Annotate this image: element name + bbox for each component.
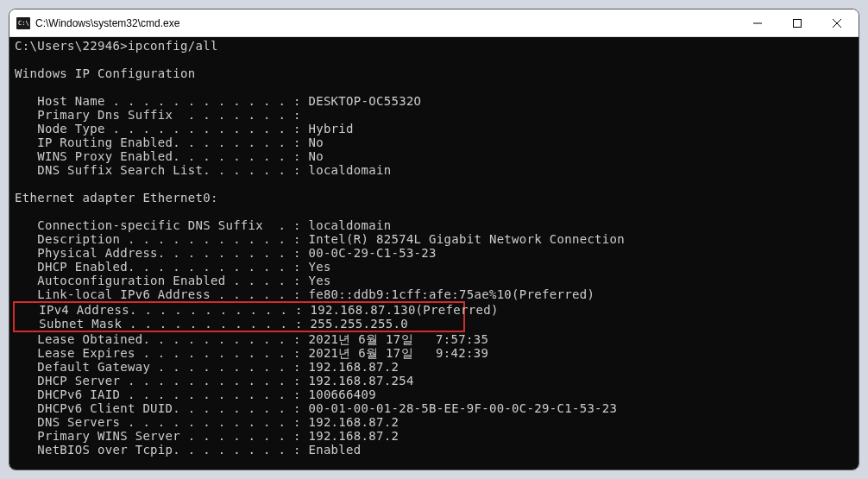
- iprouting-line: IP Routing Enabled. . . . . . . . : No: [15, 136, 853, 149]
- blank-line: [15, 177, 853, 191]
- close-button[interactable]: [817, 10, 857, 36]
- window-controls: [738, 10, 857, 36]
- leaseexp-line: Lease Expires . . . . . . . . . . : 2021…: [15, 346, 853, 360]
- maximize-button[interactable]: [777, 10, 817, 36]
- titlebar[interactable]: C:\ C:\Windows\system32\cmd.exe: [9, 9, 859, 37]
- dhcpv6iaid-line: DHCPv6 IAID . . . . . . . . . . . : 1006…: [15, 388, 853, 401]
- cmd-window: C:\ C:\Windows\system32\cmd.exe C:\Users…: [9, 9, 859, 470]
- cmd-icon: C:\: [16, 16, 30, 30]
- highlight-annotation: IPv4 Address. . . . . . . . . . . : 192.…: [13, 301, 465, 332]
- svg-text:C:\: C:\: [18, 20, 29, 27]
- dnssuffix-line: DNS Suffix Search List. . . . . . : loca…: [15, 163, 853, 177]
- physaddr-line: Physical Address. . . . . . . . . : 00-0…: [15, 246, 853, 260]
- dhcpenabled-line: DHCP Enabled. . . . . . . . . . . : Yes: [15, 260, 853, 274]
- description-line: Description . . . . . . . . . . . : Inte…: [15, 232, 853, 246]
- gateway-line: Default Gateway . . . . . . . . . : 192.…: [15, 360, 853, 374]
- svg-rect-3: [794, 19, 802, 27]
- minimize-button[interactable]: [738, 10, 777, 36]
- dnsservers-line: DNS Servers . . . . . . . . . . . : 192.…: [15, 415, 853, 429]
- subnet-line: Subnet Mask . . . . . . . . . . . : 255.…: [15, 317, 463, 331]
- linklocal-line: Link-local IPv6 Address . . . . . : fe80…: [15, 287, 853, 301]
- dhcpserver-line: DHCP Server . . . . . . . . . . . : 192.…: [15, 374, 853, 388]
- winsproxy-line: WINS Proxy Enabled. . . . . . . . : No: [15, 149, 853, 163]
- connsuffix-line: Connection-specific DNS Suffix . : local…: [15, 218, 853, 232]
- primarydns-line: Primary Dns Suffix . . . . . . . :: [15, 108, 853, 122]
- window-title: C:\Windows\system32\cmd.exe: [35, 17, 738, 29]
- dhcpv6duid-line: DHCPv6 Client DUID. . . . . . . . : 00-0…: [15, 401, 853, 415]
- config-header: Windows IP Configuration: [15, 66, 853, 80]
- prompt-line: C:\Users\22946>ipconfig/all: [15, 39, 853, 53]
- ipv4-line: IPv4 Address. . . . . . . . . . . : 192.…: [15, 303, 463, 317]
- primarywins-line: Primary WINS Server . . . . . . . : 192.…: [15, 429, 853, 443]
- adapter-header: Ethernet adapter Ethernet0:: [15, 191, 853, 205]
- netbios-line: NetBIOS over Tcpip. . . . . . . . : Enab…: [15, 443, 853, 457]
- autoconfig-line: Autoconfiguration Enabled . . . . : Yes: [15, 274, 853, 287]
- terminal-output[interactable]: C:\Users\22946>ipconfig/allWindows IP Co…: [9, 37, 859, 470]
- blank-line: [15, 53, 853, 66]
- hostname-line: Host Name . . . . . . . . . . . . : DESK…: [15, 94, 853, 108]
- blank-line: [15, 80, 853, 94]
- nodetype-line: Node Type . . . . . . . . . . . . : Hybr…: [15, 122, 853, 136]
- blank-line: [15, 205, 853, 218]
- leaseobt-line: Lease Obtained. . . . . . . . . . : 2021…: [15, 332, 853, 346]
